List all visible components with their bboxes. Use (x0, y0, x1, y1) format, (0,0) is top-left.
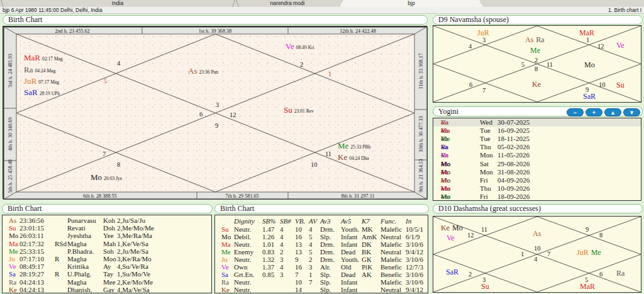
tab-bjp[interactable]: bjp (340, 0, 483, 7)
planet-degree-text: 23:01 Rev (294, 108, 314, 114)
planet-abbr-ra: Ra (616, 269, 625, 278)
yogini-period-row[interactable]: Ve-Ra-VeMon11-05-2026 (433, 151, 641, 159)
house-number: 7 (103, 151, 106, 157)
planet-label: JuR (477, 28, 489, 37)
dignity-cell: 1.01 (262, 240, 274, 248)
yogini-weekday: Wed (480, 118, 492, 127)
planet-abbr: Su (221, 225, 229, 233)
house-number: 6 (469, 82, 472, 88)
dignity-cell: 4 (280, 233, 284, 240)
yogini-lord-me: Me (441, 193, 450, 201)
dignity-cell: 9/4/12 (406, 248, 423, 256)
pada-lords: 2,Me/Mo/Me (117, 224, 154, 232)
dignity-cell: Neutral (380, 286, 401, 293)
position-row: Ju07:17:10RMaghaMoo3,Ke/Ra/Mo (3, 255, 211, 263)
dignity-cell: 0.83 (262, 248, 274, 256)
nakshatra: Magha (67, 255, 87, 263)
house-number: 7 (482, 88, 486, 94)
sound-syllable: Mee (103, 278, 116, 286)
sound-syllable: Koh (103, 217, 115, 224)
yogini-period-row[interactable]: Ve-Mo-MaThu10-09-2026 (433, 184, 641, 193)
planet-longitude: 04:24:13 (19, 278, 44, 286)
planet-label: MaR (580, 282, 595, 290)
yogini-period-row[interactable]: Ve-Ra-SaThu05-02-2026 (433, 143, 641, 151)
planet-label: SaR (583, 92, 596, 100)
column-header: In (406, 217, 411, 225)
house-number: 11 (325, 151, 331, 157)
tab-india[interactable]: India (0, 0, 235, 7)
planet-abbr-as: As (533, 229, 541, 238)
yogini-date: 16-09-2025 (497, 127, 530, 135)
dignity-cell: Neutr. (234, 240, 251, 248)
planet-label: Ve (616, 41, 625, 49)
dignity-cell: GK (362, 256, 372, 263)
planet-label: Mo26:03 Jye (91, 173, 122, 182)
positions-panel-title: Birth Chart (2, 204, 213, 213)
dignity-cell: 3/10/6 (406, 240, 423, 248)
scroll-down-button[interactable]: ▼ (623, 108, 640, 116)
house-number: 10 (599, 82, 606, 88)
scroll-up-button[interactable]: ▲ (604, 108, 621, 116)
planet-label: Ve08:49 Kri (286, 42, 314, 51)
d9-navamsha-chart[interactable]: 342112511867910JuRAsRaMeMaRVeMoKeSuSaR (433, 25, 641, 103)
d10-dashamsha-chart[interactable]: 121110981742356KeMoVeAsJuRMeSaRSuRaMaR (433, 216, 641, 293)
planet-label: Ra (616, 269, 625, 277)
yogini-weekday: Tue (480, 135, 491, 143)
yogini-lord-ve: Ve (441, 151, 448, 159)
dignity-cell: 5 (309, 233, 313, 240)
dignity-cell: Neutral (380, 248, 401, 256)
pada-lords: 3,Me/Ra/Ma (117, 232, 152, 239)
zoom-out-button[interactable]: − (567, 108, 584, 116)
yogini-period-row[interactable]: Ve-Ra-MaTue16-09-2025 (433, 127, 641, 135)
main-birth-chart[interactable]: 2nd h. 23 455.621st h. 39 368.3812th h. … (3, 26, 427, 199)
planet-label: Ve (447, 234, 455, 242)
house-number: 4 (534, 256, 537, 263)
dignity-cell: 2 (280, 248, 284, 256)
planet-label: Me (530, 46, 540, 54)
planet-dignity-table[interactable]: DignitySB%SB#VB.AVAv3Av5K7Func.InSuNeutr… (214, 215, 428, 293)
nakshatra: Jyeshtha (67, 232, 91, 239)
yogini-weekday: Thu (480, 143, 491, 151)
dignity-cell: Slp. (320, 278, 331, 286)
house-cusp-label: 7th h. 29 581.65 (225, 193, 258, 199)
house-number: 2 (535, 57, 538, 64)
house-number: 1 (328, 71, 331, 77)
yogini-lord-ju: Ju (441, 176, 447, 184)
planet-abbr: Ma (9, 240, 18, 247)
yogini-date: 18-11-2025 (497, 135, 530, 143)
yogini-date: 18-09-2026 (497, 193, 530, 201)
dignity-cell: Drm. (320, 240, 335, 248)
house-number: 1 (521, 251, 524, 257)
pada-lords: 4,Su/Ve/Ra (117, 263, 148, 270)
position-row: Su23:01:15RevatiDoh2,Me/Mo/Me (3, 224, 211, 232)
planet-abbr-su: Su (616, 81, 625, 89)
column-header: K7 (362, 217, 370, 225)
yogini-dasha-list[interactable]: Ve-Ra-JuWed30-07-2025Ve-Ra-MaTue16-09-20… (433, 118, 641, 201)
house-cusp-label: 3rd h. 24 485.93 (8, 54, 13, 88)
yogini-period-row[interactable]: Ve-Mo-MeFri18-09-2026 (433, 193, 641, 201)
yogini-period-row[interactable]: Ve-Ra-MeTue18-11-2025 (433, 135, 641, 143)
yogini-period-row[interactable]: Ve-Mo-JuFri04-09-2026 (433, 176, 641, 184)
zoom-in-button[interactable]: + (586, 108, 602, 116)
dignity-row: KeNeutr.14Slp.InfantNeutral9/4/12 (215, 286, 428, 293)
planet-label: As23:36 Pun (188, 67, 218, 76)
position-row: Mo26:03:11JyeshthaYee3,Me/Ra/Ma (3, 232, 211, 239)
dignity-cell: Grt.En. (234, 271, 254, 278)
planet-abbr: As (9, 217, 16, 224)
planet-positions-table[interactable]: As23:36:56PunarvasuKoh2,Ju/Sa/JuSu23:01:… (2, 215, 212, 293)
dignity-row: RaNeutr.107Slp.InfantMalefic3/10/6 (215, 278, 428, 286)
house-number: 6 (599, 271, 602, 278)
house-number: 8 (117, 162, 120, 168)
yogini-period-row[interactable]: Ve-Mo-MoSat29-08-2026 (433, 160, 641, 168)
yogini-panel-title: Yogini (438, 107, 458, 116)
dignity-cell: MK (362, 225, 373, 233)
tab-narendra-modi[interactable]: narendra modi (235, 0, 340, 7)
yogini-period-row[interactable]: Ve-Mo-SuMon31-08-2026 (433, 168, 641, 176)
planet-label: Su (616, 81, 625, 89)
dignity-cell: Slp. (320, 286, 331, 293)
house-cusp-label: 2nd h. 23 455.62 (55, 28, 89, 34)
yogini-period-row[interactable]: Ve-Ra-JuWed30-07-2025 (433, 118, 641, 127)
planet-longitude: 04:24:13 (19, 286, 44, 293)
position-row: Ma02:17:32RSdMaghaMah1,Ke/Ve/Sa (3, 240, 211, 247)
planet-label: JuRMe (577, 248, 601, 256)
